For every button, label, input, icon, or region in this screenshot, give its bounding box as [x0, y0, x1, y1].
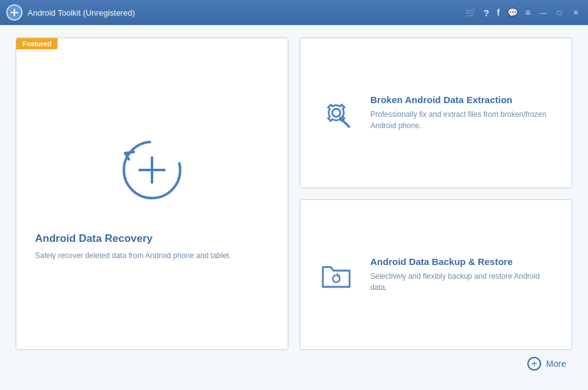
close-button[interactable]: ✕: [569, 6, 582, 19]
chat-icon[interactable]: 💬: [507, 8, 518, 18]
more-label: More: [546, 359, 566, 369]
cards-grid: Featured Android Data Recovery Safely re…: [16, 38, 572, 350]
minimize-button[interactable]: —: [537, 6, 549, 19]
featured-badge: Featured: [16, 38, 58, 49]
more-button[interactable]: + More: [527, 357, 566, 371]
broken-extraction-title: Broken Android Data Extraction: [370, 94, 558, 105]
svg-point-5: [332, 109, 340, 117]
backup-restore-desc: Selectively and flexibly backup and rest…: [370, 271, 558, 293]
app-title: Android Toolkit (Unregistered): [28, 8, 465, 18]
facebook-icon[interactable]: f: [497, 8, 500, 18]
title-bar: Android Toolkit (Unregistered) 🛒 ? f 💬 ≡…: [0, 0, 588, 25]
broken-extraction-card[interactable]: Broken Android Data Extraction Professio…: [300, 38, 572, 188]
broken-extraction-text: Broken Android Data Extraction Professio…: [370, 94, 558, 131]
menu-icon[interactable]: ≡: [525, 8, 530, 18]
recovery-icon: [108, 126, 196, 214]
broken-extraction-desc: Professionally fix and extract files fro…: [370, 109, 558, 131]
more-plus-icon: +: [527, 357, 541, 371]
toolbar-icons: 🛒 ? f 💬 ≡: [465, 8, 530, 18]
app-logo: [6, 4, 23, 21]
help-icon[interactable]: ?: [484, 8, 489, 18]
backup-restore-title: Android Data Backup & Restore: [370, 256, 558, 267]
recovery-title: Android Data Recovery: [35, 232, 269, 245]
recovery-card[interactable]: Featured Android Data Recovery Safely re…: [16, 38, 288, 350]
broken-extraction-icon: [314, 92, 358, 133]
recovery-desc: Safely recover deleted data from Android…: [35, 250, 269, 261]
backup-restore-text: Android Data Backup & Restore Selectivel…: [370, 256, 558, 293]
window-controls: — □ ✕: [537, 6, 582, 19]
backup-restore-icon: [314, 254, 358, 295]
cart-icon[interactable]: 🛒: [465, 8, 476, 18]
main-content: Featured Android Data Recovery Safely re…: [0, 25, 588, 390]
bottom-bar: + More: [16, 350, 572, 378]
backup-restore-card[interactable]: Android Data Backup & Restore Selectivel…: [300, 199, 572, 350]
maximize-button[interactable]: □: [553, 6, 565, 19]
